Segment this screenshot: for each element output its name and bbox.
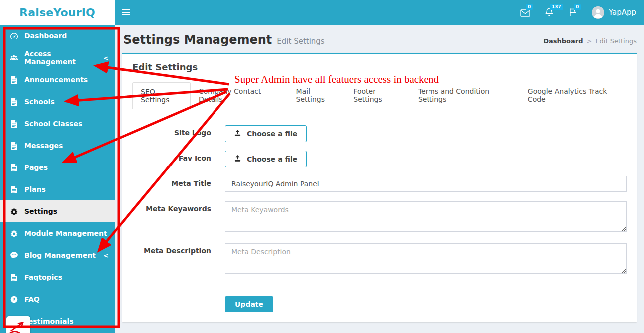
- edit-settings-card: Edit Settings SEO Settings Company Conta…: [122, 53, 637, 322]
- svg-text:?: ?: [12, 296, 15, 302]
- sidebar-item-schools[interactable]: Schools: [0, 91, 115, 113]
- notifications-menu[interactable]: 137: [544, 6, 555, 19]
- sidebar-toggle-button[interactable]: [122, 0, 142, 25]
- file-icon: [9, 142, 18, 150]
- sidebar-item-announcements[interactable]: Announcements: [0, 69, 115, 91]
- tab-company-contact-details[interactable]: Company Contact Details: [191, 82, 288, 109]
- users-icon: [9, 54, 18, 61]
- file-icon: [9, 186, 18, 193]
- form-row-meta-keyawords: Meta Keyawords: [132, 201, 627, 234]
- file-icon: [9, 76, 18, 84]
- envelope-icon: [520, 9, 530, 19]
- breadcrumb-dashboard-link[interactable]: Dashboard: [543, 37, 583, 45]
- sidebar: Dashboard Access Management < Announceme…: [0, 25, 115, 333]
- meta-description-textarea[interactable]: [225, 243, 627, 274]
- sidebar-item-school-classes[interactable]: School Classes: [0, 113, 115, 135]
- gear-icon: [9, 230, 18, 237]
- chevron-left-icon: <: [103, 54, 109, 62]
- sidebar-item-faq[interactable]: ? FAQ: [0, 288, 115, 310]
- sidebar-item-module-management[interactable]: Module Management: [0, 222, 115, 244]
- meta-title-input[interactable]: [225, 176, 627, 192]
- sidebar-item-label: Pages: [24, 164, 48, 171]
- sidebar-item-dashboard[interactable]: Dashboard: [0, 25, 115, 47]
- avatar: [592, 6, 604, 19]
- sidebar-item-label: Plans: [24, 185, 46, 193]
- tab-mail-settings[interactable]: Mail Settings: [288, 82, 346, 109]
- sidebar-item-label: School Classes: [24, 120, 82, 128]
- notifications-badge: 137: [550, 4, 563, 10]
- sidebar-item-label: Announcements: [24, 76, 88, 84]
- form-row-fav-icon: Fav Icon Choose a file: [132, 151, 627, 167]
- navbar: 0 137 0 YapApp: [115, 0, 644, 25]
- form-row-meta-title: Meta Title: [132, 176, 627, 192]
- breadcrumb-current: Edit Settings: [595, 37, 637, 45]
- messages-menu[interactable]: 0: [520, 6, 531, 19]
- field-label: Meta Keyawords: [132, 201, 211, 213]
- sidebar-item-label: Messages: [24, 142, 63, 150]
- seo-settings-form: Site Logo Choose a file Fav Icon Choose …: [132, 109, 627, 312]
- page-subtitle: Edit Settings: [277, 37, 324, 47]
- sidebar-item-pages[interactable]: Pages: [0, 157, 115, 178]
- file-icon: [9, 164, 18, 171]
- page-title: Settings Management: [123, 33, 272, 47]
- messages-badge: 0: [526, 4, 533, 10]
- main-content: Settings Management Edit Settings Dashbo…: [115, 25, 644, 333]
- user-name: YapApp: [609, 8, 636, 17]
- form-row-site-logo: Site Logo Choose a file: [132, 125, 627, 142]
- sidebar-item-faqtopics[interactable]: Faqtopics: [0, 266, 115, 288]
- chevron-left-icon: <: [103, 252, 109, 259]
- site-logo-choose-file-button[interactable]: Choose a file: [225, 125, 307, 142]
- upload-icon: [234, 130, 241, 138]
- sidebar-item-label: FAQ: [24, 295, 40, 303]
- sidebar-item-settings[interactable]: Settings: [0, 200, 115, 222]
- sidebar-item-label: Testimonials: [24, 317, 74, 325]
- comment-icon: [9, 252, 18, 259]
- brand-logo[interactable]: RaiseYourIQ: [0, 0, 115, 25]
- field-label: Meta Title: [132, 176, 211, 187]
- choose-file-label: Choose a file: [247, 155, 297, 163]
- sidebar-item-label: Faqtopics: [24, 273, 62, 281]
- file-icon: [9, 274, 18, 281]
- tab-google-analytics-track-code[interactable]: Google Analytics Track Code: [520, 82, 627, 109]
- question-circle-icon: ?: [9, 296, 18, 303]
- sidebar-item-label: Module Management: [24, 229, 107, 237]
- choose-file-label: Choose a file: [247, 130, 297, 138]
- fav-icon-choose-file-button[interactable]: Choose a file: [225, 151, 307, 167]
- user-menu[interactable]: YapApp: [592, 6, 636, 19]
- card-footer: Update: [132, 290, 627, 312]
- topbar: RaiseYourIQ 0 137 0: [0, 0, 644, 25]
- tab-footer-settings[interactable]: Footer Settings: [345, 82, 410, 109]
- card-title: Edit Settings: [132, 62, 627, 72]
- tab-terms-and-condition-settings[interactable]: Terms and Condition Settings: [410, 82, 520, 109]
- flags-menu[interactable]: 0: [568, 6, 579, 19]
- sidebar-item-label: Dashboard: [24, 32, 67, 40]
- breadcrumb-separator: >: [586, 37, 592, 45]
- meta-keyawords-textarea[interactable]: [225, 201, 627, 232]
- file-icon: [9, 120, 18, 128]
- field-label: Fav Icon: [132, 151, 211, 162]
- field-label: Site Logo: [132, 125, 211, 137]
- file-icon: [9, 98, 18, 106]
- sidebar-item-plans[interactable]: Plans: [0, 178, 115, 200]
- breadcrumb: Dashboard > Edit Settings: [543, 37, 637, 47]
- gear-icon: [9, 208, 18, 215]
- update-button[interactable]: Update: [225, 296, 273, 312]
- field-label: Meta Description: [132, 243, 211, 255]
- content-header: Settings Management Edit Settings Dashbo…: [115, 25, 644, 53]
- sidebar-item-access-management[interactable]: Access Management <: [0, 47, 115, 69]
- tab-seo-settings[interactable]: SEO Settings: [132, 82, 191, 109]
- annotation-tool-icon[interactable]: [6, 316, 30, 333]
- gauge-icon: [9, 32, 18, 40]
- sidebar-item-label: Blog Management: [24, 251, 96, 259]
- settings-tabs: SEO Settings Company Contact Details Mai…: [132, 82, 627, 109]
- upload-icon: [234, 155, 241, 163]
- sidebar-item-label: Access Management: [24, 50, 103, 66]
- form-row-meta-description: Meta Description: [132, 243, 627, 276]
- sidebar-item-label: Settings: [24, 207, 57, 215]
- sidebar-item-messages[interactable]: Messages: [0, 135, 115, 157]
- sidebar-item-blog-management[interactable]: Blog Management <: [0, 244, 115, 266]
- flags-badge: 0: [574, 4, 581, 10]
- sidebar-item-label: Schools: [24, 98, 55, 106]
